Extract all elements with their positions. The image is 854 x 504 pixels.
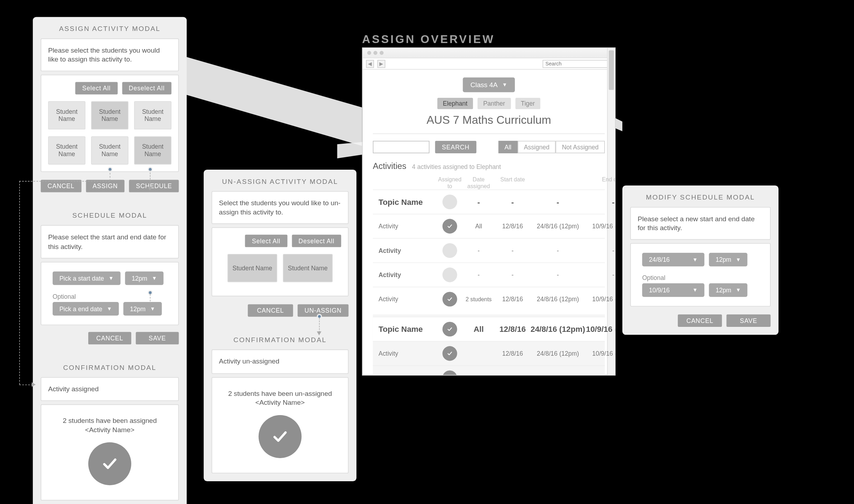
activities-table-header: Assigned toDate assignedStart dateEnd da… [373,176,605,190]
filter-assigned[interactable]: Assigned [518,141,556,153]
confirm-assign-title: CONFIRMATION MODAL [41,364,179,371]
assign-students-box: Select All Deselect All Student Name Stu… [41,75,179,172]
checked-icon[interactable] [442,292,457,306]
assign-button[interactable]: ASSIGN [86,180,125,192]
flow-line [19,181,20,384]
save-button[interactable]: SAVE [136,332,179,344]
flow-line [150,294,151,310]
flow-line [110,170,110,181]
student-tile[interactable]: Student Name [283,254,333,283]
unassign-instruction-box: Select the students you would like to un… [212,191,349,224]
assign-activity-panel: ASSIGN ACTIVITY MODAL Please select the … [33,17,186,504]
table-row: Topic Name ---- [373,190,605,214]
unassign-button[interactable]: UN-ASSIGN [297,304,348,317]
arrow-right-icon [32,382,36,387]
select-all-button[interactable]: Select All [245,235,287,247]
cancel-button[interactable]: CANCEL [88,332,131,344]
search-button[interactable]: SEARCH [435,141,476,153]
student-tile[interactable]: Student Name [134,101,172,130]
student-tile[interactable]: Student Name [134,137,172,165]
unassign-panel: UN-ASSIGN ACTIVITY MODAL Select the stud… [204,170,356,481]
modify-instruction: Please select a new start and end date f… [638,214,763,233]
window-dot-icon [367,51,371,55]
checked-icon[interactable] [442,322,457,336]
schedule-instruction-box: Please select the start and end date for… [41,225,179,258]
confirm-unassign-heading-box: Activity un-assigned [212,350,349,373]
activities-heading: Activities [373,161,406,171]
cancel-button[interactable]: CANCEL [248,304,293,317]
start-time-dropdown[interactable]: 12pm▼ [709,253,748,266]
deselect-all-button[interactable]: Deselect All [292,235,341,247]
deselect-all-button[interactable]: Deselect All [122,82,172,95]
filter-all[interactable]: All [498,141,517,153]
flow-line [19,181,110,182]
modify-modal-title: MODIFY SCHEDULE MODAL [630,193,770,201]
select-all-button[interactable]: Select All [75,82,117,95]
activities-subheading: 4 activities assigned to Elephant [412,164,501,170]
end-time-dropdown[interactable]: 12pm▼ [709,283,748,297]
end-date-dropdown[interactable]: Pick a end date▼ [53,302,119,315]
save-button[interactable]: SAVE [727,315,771,327]
overview-browser: ◀ ▶ Class 4A▼ Elephant Panther Tiger AUS… [362,48,616,376]
confirm-unassign-body: 2 students have been un-assigned <Activi… [220,389,340,407]
filter-not-assigned[interactable]: Not Assigned [556,141,605,153]
svg-marker-0 [175,54,362,146]
checked-icon[interactable] [442,370,457,375]
unassign-students-box: Select All Deselect All Student Name Stu… [212,228,349,297]
activity-search-input[interactable] [373,141,429,153]
status-circle[interactable] [442,243,457,258]
end-date-dropdown[interactable]: 10/9/16▼ [642,283,705,297]
table-row: Activity ---- [373,262,605,287]
status-circle[interactable] [442,195,457,209]
flow-line [150,170,151,188]
table-row: Activity 12/8/16 24/8/16 (12pm) 10/9/16 … [373,341,605,365]
end-time-dropdown[interactable]: 12pm▼ [123,302,162,315]
flow-line [19,384,33,385]
confirm-assign-heading: Activity assigned [48,384,172,394]
student-tile[interactable]: Student Name [91,137,128,165]
modify-instruction-box: Please select a new start and end date f… [630,207,770,240]
unassign-modal-title: UN-ASSIGN ACTIVITY MODAL [212,177,349,185]
confirm-assign-body: 2 students have been assigned <Activity … [49,416,170,434]
browser-search-input[interactable] [543,60,612,68]
forward-button[interactable]: ▶ [378,60,385,68]
arrow-down-icon [317,331,321,335]
confirm-unassign-body-box: 2 students have been un-assigned <Activi… [212,377,349,473]
table-row: Topic Name All 12/8/16 24/8/16 (12pm) 10… [373,317,605,341]
checked-icon[interactable] [442,219,457,233]
window-dot-icon [373,51,377,55]
check-icon [88,442,131,486]
assign-modal-title: ASSIGN ACTIVITY MODAL [41,25,179,33]
student-tile[interactable]: Student Name [91,101,128,130]
cancel-button[interactable]: CANCEL [678,315,722,327]
window-dot-icon [380,51,384,55]
checked-icon[interactable] [442,346,457,361]
confirm-assign-body-box: 2 students have been assigned <Activity … [41,404,179,501]
back-button[interactable]: ◀ [366,60,374,68]
flow-line [319,318,320,333]
curriculum-title: AUS 7 Maths Curriculum [373,114,605,127]
table-row: Activity ---- [373,238,605,262]
start-date-dropdown[interactable]: Pick a start date▼ [53,271,120,285]
browser-titlebar [363,48,615,58]
schedule-instruction: Please select the start and end date for… [48,233,172,251]
schedule-button[interactable]: SCHEDULE [129,180,179,192]
table-row: Activity 12/8/16 24/8/16 (12pm) 10/9/16 … [373,365,605,375]
schedule-form-box: Pick a start date▼ 12pm▼ Optional Pick a… [41,262,179,325]
address-bar: ◀ ▶ [363,58,615,70]
arrow-down-icon [148,309,152,313]
status-circle[interactable] [442,267,457,282]
group-tab-tiger[interactable]: Tiger [515,98,541,109]
student-tile[interactable]: Student Name [48,137,85,165]
confirm-unassign-title: CONFIRMATION MODAL [212,336,349,344]
start-time-dropdown[interactable]: 12pm▼ [125,271,164,285]
cancel-button[interactable]: CANCEL [41,180,81,192]
group-tab-panther[interactable]: Panther [478,98,511,109]
class-dropdown[interactable]: Class 4A▼ [463,78,515,92]
schedule-modal-title: SCHEDULE MODAL [41,212,179,219]
unassign-instruction: Select the students you would like to un… [219,198,341,217]
student-tile[interactable]: Student Name [227,254,277,283]
student-tile[interactable]: Student Name [48,101,85,130]
start-date-dropdown[interactable]: 24/8/16▼ [642,253,705,266]
group-tab-elephant[interactable]: Elephant [437,98,473,109]
